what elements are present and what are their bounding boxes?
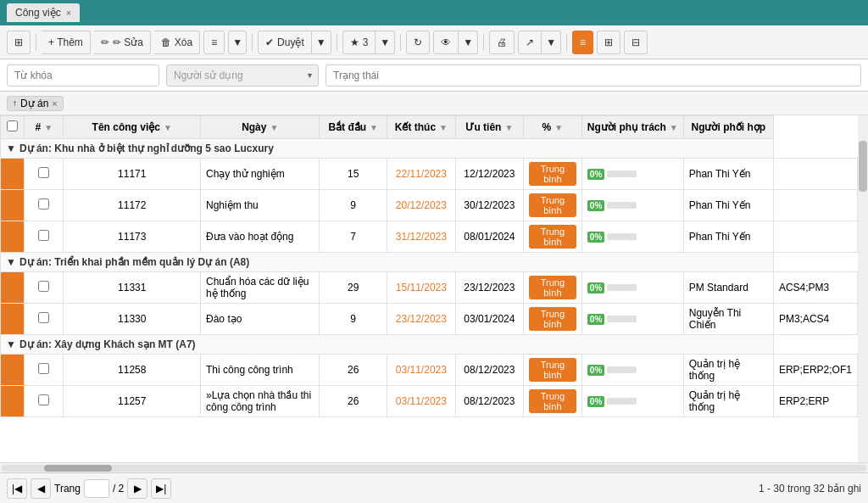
col-percent-label: % [542,121,552,133]
delete-btn-group: 🗑 Xóa [154,31,200,54]
task-table: # ▼ Tên công việc ▼ Ngày [0,115,858,417]
user-select[interactable]: Người sử dụng [166,64,319,87]
col-owner: Người phụ trách ▼ [581,116,683,139]
chart-view-button[interactable]: ⊟ [624,31,648,54]
separator-4 [400,34,401,51]
group-toggle-icon[interactable]: ▼ [6,338,16,350]
grid-view-button[interactable]: ⊞ [597,31,620,54]
delete-label: Xóa [175,36,192,48]
separator-6 [566,34,567,51]
share-button[interactable]: ↗ [518,31,542,54]
tag-bar: ↑ Dự án × [0,92,868,115]
table-row[interactable]: 11171 Chạy thử nghiệm 15 22/11/2023 12/1… [1,159,858,190]
row-accent [1,304,25,335]
table-header-row: # ▼ Tên công việc ▼ Ngày [1,116,858,139]
prev-page-button[interactable]: ◀ [31,478,51,499]
col-name-filter-icon[interactable]: ▼ [164,123,172,132]
first-page-button[interactable]: |◀ [7,478,27,499]
refresh-button[interactable]: ↻ [406,31,430,54]
row-checkbox-cell [25,221,64,253]
row-priority: Trung bình [523,304,581,335]
col-coordinator: Người phối hợp [683,116,773,139]
row-coordinator: PM3;ACS4 [773,304,857,335]
table-row[interactable]: 11173 Đưa vào hoạt động 7 31/12/2023 08/… [1,221,858,253]
keyword-input[interactable] [7,64,159,87]
group-toggle-icon[interactable]: ▼ [6,256,16,268]
main-tab[interactable]: Công việc × [7,3,80,22]
group-name: Dự án: Triển khai phần mềm quản lý Dự án… [19,256,249,268]
add-button[interactable]: + Thêm [42,31,91,54]
share-dropdown-button[interactable]: ▼ [542,31,561,54]
row-end: 03/01/2024 [455,304,523,335]
group-name: Dự án: Xây dựng Khách sạn MT (A7) [19,338,196,350]
table-row[interactable]: 11331 Chuẩn hóa các dữ liệu hệ thống 29 … [1,272,858,304]
col-owner-filter-icon[interactable]: ▼ [670,123,678,132]
row-checkbox[interactable] [38,281,49,292]
priority-badge: Trung bình [529,307,576,331]
approve-dropdown-button[interactable]: ▼ [312,31,331,54]
progress-bar [607,202,637,209]
eye-dropdown-button[interactable]: ▼ [459,31,478,54]
approve-button[interactable]: ✔ Duyệt [258,31,312,54]
col-priority-filter-icon[interactable]: ▼ [504,123,513,132]
eye-button[interactable]: 👁 [433,31,459,54]
table-row[interactable]: 11257 »Lựa chọn nhà thầu thi công công t… [1,386,858,417]
col-start-filter-icon[interactable]: ▼ [370,123,378,132]
progress-icon: 0% [587,282,604,293]
star-button[interactable]: ★ 3 [342,31,376,54]
col-coordinator-label: Người phối hợp [692,121,766,133]
next-page-button[interactable]: ▶ [127,478,147,499]
footer: |◀ ◀ Trang 1 / 2 ▶ ▶| 1 - 30 trong 32 bả… [0,472,868,503]
tab-close-icon[interactable]: × [66,8,71,18]
progress-bar [607,233,637,240]
logo-button[interactable]: ⊞ [7,31,31,54]
col-percent-filter-icon[interactable]: ▼ [554,123,563,132]
menu-dropdown-button[interactable]: ▼ [228,31,247,54]
table-row[interactable]: 11258 Thi công công trình 26 03/11/2023 … [1,355,858,386]
group-toggle-icon[interactable]: ▼ [6,143,16,154]
table-row[interactable]: 11330 Đào tạo 9 23/12/2023 03/01/2024 Tr… [1,304,858,335]
row-coordinator [773,221,857,253]
row-checkbox[interactable] [38,394,49,405]
row-checkbox[interactable] [38,198,49,210]
list-view-button[interactable]: ≡ [572,31,593,54]
title-bar: Công việc × [0,0,868,25]
menu-button[interactable]: ≡ [203,31,225,54]
select-all-checkbox[interactable] [7,120,18,131]
col-end-label: Kết thúc [395,121,436,133]
col-id-filter-icon[interactable]: ▼ [44,123,53,132]
delete-button[interactable]: 🗑 Xóa [154,31,200,54]
edit-label: ✏ Sửa [113,36,143,48]
row-checkbox[interactable] [38,363,49,374]
row-start: 20/12/2023 [387,190,455,221]
row-id: 11173 [64,221,201,253]
star-dropdown-button[interactable]: ▼ [376,31,395,54]
table-row[interactable]: 11172 Nghiệm thu 9 20/12/2023 30/12/2023… [1,190,858,221]
vertical-scrollbar[interactable] [858,115,868,462]
status-input[interactable] [326,64,861,87]
progress-bar [607,398,637,405]
edit-button[interactable]: ✏ ✏ Sửa [94,31,151,54]
row-checkbox[interactable] [38,167,49,178]
star-icon: ★ [350,36,359,48]
progress-wrap: 0% [587,232,678,243]
col-days-filter-icon[interactable]: ▼ [270,123,278,132]
row-name: Thi công công trình [201,355,320,386]
horizontal-scrollbar-area[interactable] [0,462,868,472]
page-input[interactable]: 1 [84,479,109,498]
row-priority: Trung bình [523,159,581,190]
toolbar: ⊞ + Thêm ✏ ✏ Sửa 🗑 Xóa ≡ ▼ ✔ Duyệt ▼ ★ 3… [0,25,868,59]
row-days: 7 [320,221,387,253]
eye-btn-group: 👁 ▼ [433,31,478,54]
row-checkbox[interactable] [38,312,49,323]
project-tag-close-icon[interactable]: × [52,98,57,109]
last-page-button[interactable]: ▶| [151,478,171,499]
row-checkbox[interactable] [38,230,49,241]
print-button[interactable]: 🖨 [489,31,515,54]
row-percent: 0% [581,386,683,417]
col-end-filter-icon[interactable]: ▼ [439,123,448,132]
table-body: ▼ Dự án: Khu nhà ở biệt thự nghỉ dưỡng 5… [1,139,858,417]
col-end: Kết thúc ▼ [387,116,455,139]
priority-badge: Trung bình [529,358,576,382]
row-id: 11257 [64,386,201,417]
